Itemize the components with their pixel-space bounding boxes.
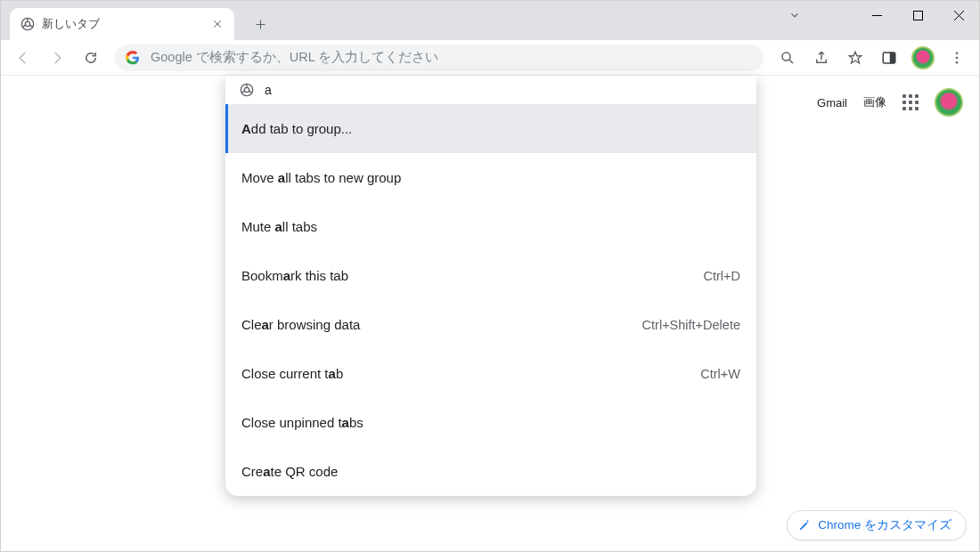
omnibox-placeholder: Google で検索するか、URL を入力してください	[151, 49, 438, 66]
close-window-button[interactable]	[938, 1, 979, 29]
side-panel-button[interactable]	[874, 43, 904, 73]
suggestion-shortcut: Ctrl+D	[704, 269, 741, 283]
chrome-favicon-icon	[20, 17, 35, 31]
google-apps-button[interactable]	[902, 94, 919, 110]
svg-point-3	[782, 53, 790, 61]
suggestion-label: Bookmark this tab	[241, 268, 348, 283]
suggestion-item[interactable]: Move all tabs to new group	[225, 153, 756, 202]
suggestion-item[interactable]: Close current tabCtrl+W	[225, 349, 756, 398]
suggestion-label: Move all tabs to new group	[241, 170, 401, 185]
svg-point-8	[956, 61, 959, 63]
bookmark-button[interactable]	[840, 43, 870, 73]
suggestion-shortcut: Ctrl+Shift+Delete	[642, 318, 740, 332]
omnibox-typed-row[interactable]: a	[225, 76, 756, 104]
suggestion-shortcut: Ctrl+W	[700, 367, 740, 381]
gmail-link[interactable]: Gmail	[817, 96, 847, 110]
suggestion-item[interactable]: Mute all tabs	[225, 202, 756, 251]
omnibox[interactable]: Google で検索するか、URL を入力してください	[115, 45, 764, 71]
back-button[interactable]	[8, 43, 38, 73]
tab-search-button[interactable]	[774, 1, 815, 29]
ntp-top-right: Gmail 画像	[817, 88, 963, 117]
chrome-menu-button[interactable]	[942, 43, 972, 73]
suggestion-label: Mute all tabs	[241, 219, 317, 234]
share-button[interactable]	[806, 43, 837, 73]
account-avatar[interactable]	[935, 88, 963, 117]
forward-button[interactable]	[42, 43, 72, 73]
images-link[interactable]: 画像	[863, 94, 886, 110]
customize-chrome-button[interactable]: Chrome をカスタマイズ	[787, 510, 967, 540]
profile-button[interactable]	[908, 43, 938, 73]
zoom-button[interactable]	[772, 43, 803, 73]
customize-label: Chrome をカスタマイズ	[818, 517, 951, 533]
avatar-icon	[911, 46, 935, 69]
suggestion-item[interactable]: Close unpinned tabs	[225, 398, 756, 447]
svg-rect-5	[890, 53, 895, 63]
tab-close-button[interactable]	[209, 16, 225, 32]
svg-point-1	[25, 21, 29, 26]
svg-point-7	[956, 56, 959, 59]
omnibox-dropdown: a Add tab to group...Move all tabs to ne…	[225, 76, 756, 496]
google-g-icon	[126, 51, 140, 65]
toolbar: Google で検索するか、URL を入力してください	[1, 40, 979, 76]
suggestion-item[interactable]: Add tab to group...	[225, 104, 756, 153]
reload-button[interactable]	[76, 43, 106, 73]
suggestion-label: Close unpinned tabs	[241, 415, 363, 430]
suggestion-label: Create QR code	[241, 464, 338, 479]
svg-point-6	[956, 52, 959, 54]
suggestion-label: Close current tab	[241, 366, 343, 381]
suggestion-item[interactable]: Clear browsing dataCtrl+Shift+Delete	[225, 300, 756, 349]
window-controls	[856, 1, 979, 29]
maximize-button[interactable]	[897, 1, 938, 29]
tab-strip: 新しいタブ	[1, 1, 979, 40]
suggestion-label: Clear browsing data	[241, 317, 360, 332]
omnibox-typed-text: a	[265, 83, 272, 97]
suggestion-list: Add tab to group...Move all tabs to new …	[225, 104, 756, 496]
chrome-small-icon	[240, 83, 254, 97]
new-tab-button[interactable]	[247, 11, 274, 37]
tab-new-tab[interactable]: 新しいタブ	[10, 8, 234, 40]
suggestion-item[interactable]: Create QR code	[225, 447, 756, 496]
tab-title: 新しいタブ	[42, 17, 100, 32]
browser-window: 新しいタブ Google	[0, 0, 980, 552]
minimize-button[interactable]	[856, 1, 897, 29]
suggestion-label: Add tab to group...	[241, 121, 352, 136]
svg-point-10	[244, 87, 249, 92]
pencil-icon	[798, 519, 811, 532]
suggestion-item[interactable]: Bookmark this tabCtrl+D	[225, 251, 756, 300]
svg-rect-2	[913, 11, 922, 20]
